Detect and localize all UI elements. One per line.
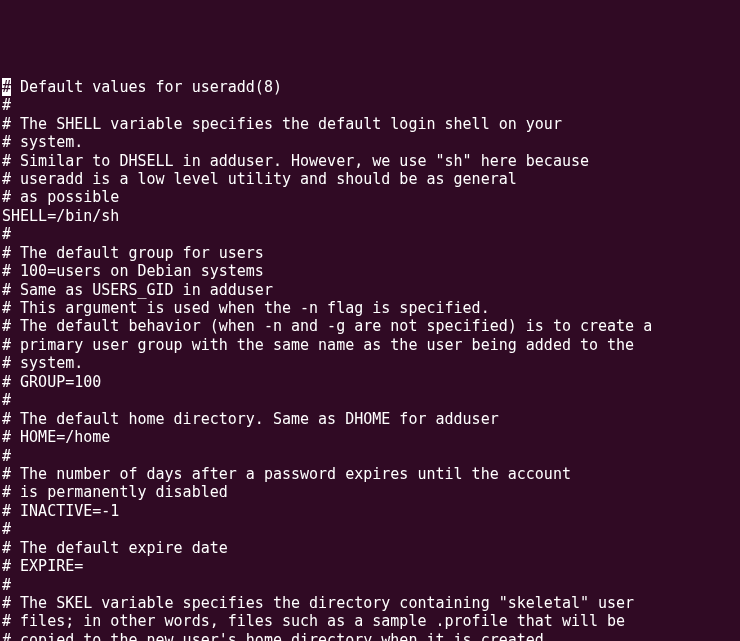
terminal-line: # GROUP=100: [2, 373, 738, 391]
terminal-line: # INACTIVE=-1: [2, 502, 738, 520]
terminal-line: # Similar to DHSELL in adduser. However,…: [2, 152, 738, 170]
terminal-line: # The SKEL variable specifies the direct…: [2, 594, 738, 612]
terminal-output: # Default values for useradd(8)## The SH…: [2, 78, 738, 641]
cursor: #: [2, 78, 11, 96]
terminal-line: # primary user group with the same name …: [2, 336, 738, 354]
terminal-line: # Default values for useradd(8): [2, 78, 738, 96]
terminal-line: # The number of days after a password ex…: [2, 465, 738, 483]
terminal-line: # system.: [2, 133, 738, 151]
terminal-line: #: [2, 96, 738, 114]
terminal-line: # The default group for users: [2, 244, 738, 262]
terminal-line: # The default behavior (when -n and -g a…: [2, 317, 738, 335]
terminal-line: # as possible: [2, 188, 738, 206]
terminal-line: # The default home directory. Same as DH…: [2, 410, 738, 428]
terminal-line: #: [2, 520, 738, 538]
terminal-line: #: [2, 576, 738, 594]
terminal-line: SHELL=/bin/sh: [2, 207, 738, 225]
terminal-line: # system.: [2, 354, 738, 372]
terminal-line: # is permanently disabled: [2, 483, 738, 501]
terminal-line: # files; in other words, files such as a…: [2, 612, 738, 630]
terminal-text: Default values for useradd(8): [11, 78, 282, 96]
terminal-line: # 100=users on Debian systems: [2, 262, 738, 280]
terminal-line: #: [2, 447, 738, 465]
terminal-line: # HOME=/home: [2, 428, 738, 446]
terminal-line: #: [2, 391, 738, 409]
terminal-line: # copied to the new user's home director…: [2, 631, 738, 641]
terminal-line: # The default expire date: [2, 539, 738, 557]
terminal-line: #: [2, 225, 738, 243]
terminal-line: # Same as USERS_GID in adduser: [2, 281, 738, 299]
terminal-line: # This argument is used when the -n flag…: [2, 299, 738, 317]
terminal-line: # The SHELL variable specifies the defau…: [2, 115, 738, 133]
terminal-line: # useradd is a low level utility and sho…: [2, 170, 738, 188]
terminal-line: # EXPIRE=: [2, 557, 738, 575]
